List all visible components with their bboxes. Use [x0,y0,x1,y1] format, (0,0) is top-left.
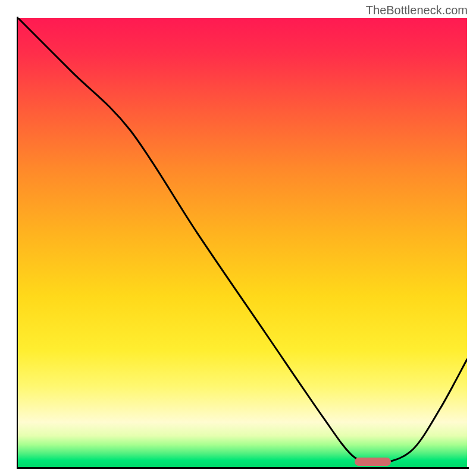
watermark-text: TheBottleneck.com [366,4,468,17]
optimal-marker [355,458,390,466]
curve-svg [18,18,467,467]
plot-area [18,18,467,467]
bottleneck-curve [18,18,467,464]
x-axis [17,467,469,469]
